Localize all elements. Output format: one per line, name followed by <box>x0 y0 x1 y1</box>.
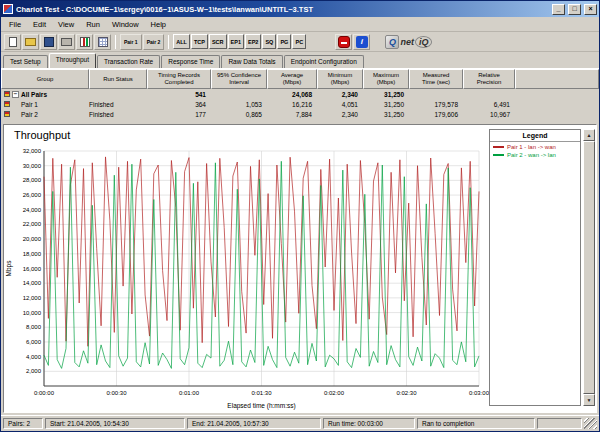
toolbar-tcp-button[interactable]: TCP <box>191 34 208 49</box>
menu-file[interactable]: File <box>3 19 27 30</box>
menu-window[interactable]: Window <box>106 19 145 30</box>
scroll-down-icon[interactable]: ▼ <box>583 394 595 406</box>
svg-text:0:01:30: 0:01:30 <box>251 390 272 396</box>
svg-text:0:00:00: 0:00:00 <box>34 390 55 396</box>
netiq-wordmark: net <box>400 37 414 47</box>
legend-title: Legend <box>490 130 580 142</box>
cell-min: 4,051 <box>317 99 363 109</box>
column-header[interactable]: Relative Precision <box>463 69 515 89</box>
toolbar-pc-button[interactable]: PC <box>292 34 306 49</box>
tab-response-time[interactable]: Response Time <box>161 55 220 68</box>
cell-avg: 16,216 <box>267 99 317 109</box>
column-header[interactable]: Run Status <box>89 69 147 89</box>
svg-text:14,000: 14,000 <box>23 280 42 286</box>
scrollbar-thumb[interactable] <box>583 141 595 394</box>
toolbar-ep1-button[interactable]: EP1 <box>228 34 244 49</box>
cell-time: 179,578 <box>409 99 463 109</box>
column-header[interactable]: Measured Time (sec) <box>409 69 463 89</box>
table-header-row: GroupRun StatusTiming Records Completed9… <box>1 69 599 89</box>
grid-view-button[interactable] <box>94 34 111 50</box>
column-header[interactable]: 95% Confidence Interval <box>211 69 267 89</box>
close-button[interactable]: × <box>584 4 597 15</box>
cell-status <box>89 89 147 99</box>
chart-icon <box>80 37 90 47</box>
toolbar-pair-2-button[interactable]: Pair 2 <box>143 34 165 50</box>
cell-time: 179,606 <box>409 109 463 119</box>
toolbar-ep2-button[interactable]: EP2 <box>245 34 261 49</box>
legend-line-swatch <box>493 154 504 156</box>
results-table: GroupRun StatusTiming Records Completed9… <box>1 68 599 122</box>
column-header[interactable]: Minimum (Mbps) <box>317 69 363 89</box>
menu-help[interactable]: Help <box>145 19 172 30</box>
toolbar-separator <box>115 35 116 49</box>
cell-ci: 1,053 <box>211 99 267 109</box>
column-header[interactable]: Timing Records Completed <box>147 69 211 89</box>
column-header[interactable]: Group <box>1 69 89 89</box>
cell-ci <box>211 89 267 99</box>
table-row[interactable]: Pair 1Finished3641,05316,2164,05131,2501… <box>1 99 599 109</box>
menu-run[interactable]: Run <box>80 19 106 30</box>
statusbar-item: End: 21.04.2005, 10:57:30 <box>187 418 321 429</box>
menu-view[interactable]: View <box>52 19 80 30</box>
group-label: All Pairs <box>21 91 47 98</box>
cell-precision: 10,967 <box>463 109 515 119</box>
chart-view-button[interactable] <box>76 34 93 50</box>
svg-text:6,000: 6,000 <box>26 339 42 345</box>
table-row[interactable]: Pair 2Finished1770,8657,8842,34031,25017… <box>1 109 599 119</box>
svg-text:24,000: 24,000 <box>23 207 42 213</box>
scroll-up-icon[interactable]: ▲ <box>583 129 595 141</box>
table-row[interactable]: −All Pairs54124,0682,34031,250 <box>1 89 599 99</box>
pair-icon <box>4 101 10 107</box>
svg-text:28,000: 28,000 <box>23 177 42 183</box>
toolbar-pg-button[interactable]: PG <box>277 34 291 49</box>
legend-entry: Pair 1 - lan -> wan <box>490 142 580 150</box>
stop-button[interactable] <box>335 34 352 50</box>
svg-text:0:02:00: 0:02:00 <box>324 390 345 396</box>
tab-transaction-rate[interactable]: Transaction Rate <box>97 55 160 68</box>
new-button[interactable] <box>4 34 21 50</box>
cell-avg: 24,068 <box>267 89 317 99</box>
stop-icon <box>338 36 350 48</box>
toolbar-pair-1-button[interactable]: Pair 1 <box>120 34 142 50</box>
cell-time <box>409 89 463 99</box>
statusbar-item: Start: 21.04.2005, 10:54:30 <box>45 418 185 429</box>
resize-grip[interactable] <box>584 418 597 429</box>
grid-icon <box>98 37 108 47</box>
toolbar-scr-button[interactable]: SCR <box>209 34 227 49</box>
tab-bar: Test SetupThroughputTransaction RateResp… <box>1 52 599 68</box>
column-header[interactable]: Average (Mbps) <box>267 69 317 89</box>
info-button[interactable]: i <box>353 34 370 50</box>
minimize-button[interactable]: _ <box>552 4 565 15</box>
tab-throughput[interactable]: Throughput <box>49 53 96 68</box>
toolbar-sq-button[interactable]: SQ <box>262 34 276 49</box>
svg-text:0:00:30: 0:00:30 <box>106 390 127 396</box>
chart-plot-area: 0:00:000:00:300:01:000:01:300:02:000:02:… <box>4 143 489 412</box>
tab-raw-data-totals[interactable]: Raw Data Totals <box>221 55 282 68</box>
maximize-button[interactable]: □ <box>568 4 581 15</box>
info-icon: i <box>356 36 368 48</box>
save-button[interactable] <box>40 34 57 50</box>
pair-icon <box>4 91 10 97</box>
svg-text:30,000: 30,000 <box>23 163 42 169</box>
open-button[interactable] <box>22 34 39 50</box>
chart-panel: Throughput 0:00:000:00:300:01:000:01:300… <box>4 125 489 412</box>
toolbar-all-button[interactable]: ALL <box>173 34 190 49</box>
legend-panel: Legend Pair 1 - lan -> wanPair 2 - wan -… <box>489 129 581 406</box>
printer-icon <box>61 38 72 46</box>
svg-text:12,000: 12,000 <box>23 295 42 301</box>
tab-endpoint-configuration[interactable]: Endpoint Configuration <box>284 55 364 68</box>
menu-edit[interactable]: Edit <box>27 19 52 30</box>
print-button[interactable] <box>58 34 75 50</box>
netiq-q-icon: Q <box>385 35 399 49</box>
expander-icon[interactable]: − <box>12 91 19 98</box>
cell-precision <box>463 89 515 99</box>
cell-precision: 6,491 <box>463 99 515 109</box>
title-bar: Chariot Test - C:\DOCUME~1\sergey\0016~1… <box>1 1 599 17</box>
vertical-scrollbar[interactable]: ▲ ▼ <box>583 129 595 406</box>
tab-test-setup[interactable]: Test Setup <box>3 55 48 68</box>
cell-max: 31,250 <box>363 109 409 119</box>
group-label: Pair 1 <box>21 101 38 108</box>
cell-ci: 0,865 <box>211 109 267 119</box>
column-header[interactable]: Maximum (Mbps) <box>363 69 409 89</box>
cell-min: 2,340 <box>317 109 363 119</box>
